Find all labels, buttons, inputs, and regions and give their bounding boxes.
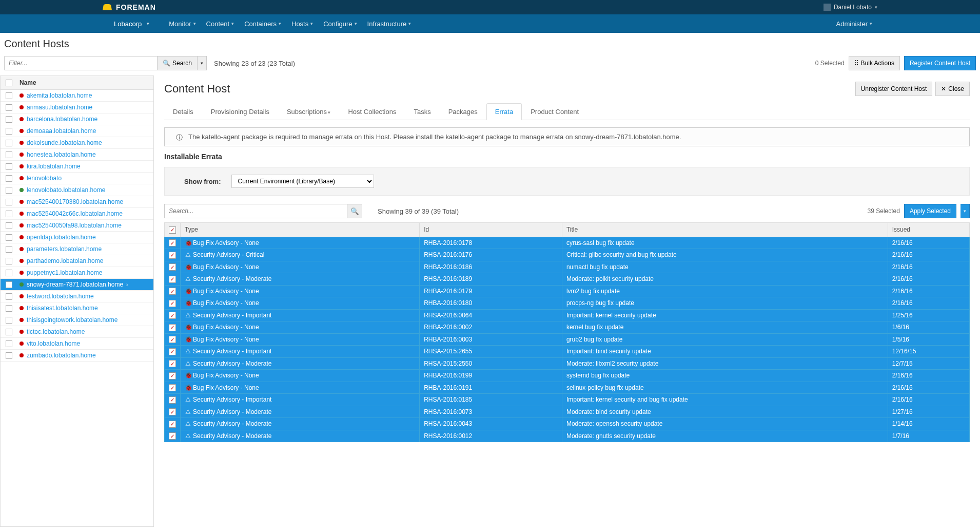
select-all-checkbox[interactable] bbox=[6, 80, 12, 86]
host-checkbox[interactable] bbox=[6, 104, 12, 111]
host-checkbox[interactable] bbox=[6, 199, 12, 205]
host-row[interactable]: lenovolobato.lobatolan.home bbox=[1, 184, 153, 196]
errata-search-button[interactable]: 🔍 bbox=[347, 204, 362, 218]
nav-infrastructure[interactable]: Infrastructure▾ bbox=[362, 16, 417, 32]
errata-row[interactable]: ⚠Security Advisory - ModerateRHSA-2016:0… bbox=[165, 418, 970, 430]
tab-host-collections[interactable]: Host Collections bbox=[339, 103, 405, 120]
host-link[interactable]: parameters.lobatolan.home bbox=[19, 245, 102, 253]
host-checkbox[interactable] bbox=[6, 128, 12, 135]
host-link[interactable]: tictoc.lobatolan.home bbox=[19, 328, 85, 335]
host-link[interactable]: thisisatest.lobatolan.home bbox=[19, 305, 98, 312]
errata-row[interactable]: ⚠Security Advisory - ImportantRHSA-2015:… bbox=[165, 346, 970, 358]
host-checkbox[interactable] bbox=[6, 329, 12, 335]
host-checkbox[interactable] bbox=[6, 116, 12, 123]
errata-checkbox[interactable] bbox=[169, 432, 176, 440]
org-selector[interactable]: Lobacorp ▾ bbox=[103, 16, 161, 32]
tab-errata[interactable]: Errata bbox=[486, 103, 522, 120]
nav-monitor[interactable]: Monitor▾ bbox=[164, 16, 201, 32]
errata-row[interactable]: 🐞Bug Fix Advisory - NoneRHBA-2016:0191se… bbox=[165, 382, 970, 394]
tab-packages[interactable]: Packages bbox=[440, 103, 486, 120]
errata-id[interactable]: RHBA-2016:0179 bbox=[420, 285, 562, 297]
errata-checkbox[interactable] bbox=[169, 252, 176, 259]
host-link[interactable]: puppetnyc1.lobatolan.home bbox=[19, 269, 102, 276]
errata-id[interactable]: RHSA-2015:2550 bbox=[420, 357, 562, 370]
search-button[interactable]: 🔍 Search bbox=[157, 56, 198, 70]
errata-id[interactable]: RHSA-2016:0012 bbox=[420, 430, 562, 442]
errata-checkbox[interactable] bbox=[169, 276, 176, 283]
user-menu[interactable]: Daniel Lobato ▾ bbox=[824, 4, 877, 11]
host-link[interactable]: thisisgoingtowork.lobatolan.home bbox=[19, 316, 117, 324]
apply-dropdown[interactable]: ▾ bbox=[961, 204, 970, 218]
host-link[interactable]: parthademo.lobatolan.home bbox=[19, 257, 103, 264]
host-checkbox[interactable] bbox=[6, 222, 12, 229]
host-link[interactable]: demoaaa.lobatolan.home bbox=[19, 127, 96, 135]
host-link[interactable]: zumbado.lobatolan.home bbox=[19, 352, 96, 359]
tab-product-content[interactable]: Product Content bbox=[522, 103, 587, 120]
host-checkbox[interactable] bbox=[6, 211, 12, 217]
errata-row[interactable]: 🐞Bug Fix Advisory - NoneRHBA-2016:0179lv… bbox=[165, 285, 970, 297]
errata-id[interactable]: RHBA-2016:0186 bbox=[420, 261, 562, 273]
host-row[interactable]: mac52540050fa98.lobatolan.home bbox=[1, 220, 153, 232]
errata-checkbox[interactable] bbox=[169, 324, 176, 331]
errata-row[interactable]: 🐞Bug Fix Advisory - NoneRHBA-2016:0003gr… bbox=[165, 333, 970, 346]
errata-row[interactable]: 🐞Bug Fix Advisory - NoneRHBA-2016:0186nu… bbox=[165, 261, 970, 273]
host-checkbox[interactable] bbox=[6, 163, 12, 170]
errata-id[interactable]: RHBA-2016:0199 bbox=[420, 370, 562, 382]
host-checkbox[interactable] bbox=[6, 187, 12, 194]
host-row[interactable]: demoaaa.lobatolan.home bbox=[1, 125, 153, 137]
host-checkbox[interactable] bbox=[6, 175, 12, 182]
host-row[interactable]: zumbado.lobatolan.home bbox=[1, 350, 153, 362]
host-row[interactable]: snowy-dream-7871.lobatolan.home › bbox=[1, 279, 153, 291]
host-checkbox[interactable] bbox=[6, 281, 12, 288]
errata-row[interactable]: ⚠Security Advisory - ImportantRHSA-2016:… bbox=[165, 309, 970, 321]
host-link[interactable]: lenovolobato bbox=[19, 175, 62, 182]
host-link[interactable]: testword.lobatolan.home bbox=[19, 293, 94, 300]
host-row[interactable]: thisisgoingtowork.lobatolan.home bbox=[1, 314, 153, 326]
errata-checkbox[interactable] bbox=[169, 372, 176, 380]
errata-id[interactable]: RHSA-2016:0176 bbox=[420, 249, 562, 261]
host-link[interactable]: arimasu.lobatolan.home bbox=[19, 104, 92, 111]
errata-row[interactable]: ⚠Security Advisory - ModerateRHSA-2016:0… bbox=[165, 430, 970, 442]
apply-selected-button[interactable]: Apply Selected bbox=[904, 204, 956, 218]
search-dropdown[interactable]: ▾ bbox=[198, 56, 207, 70]
errata-id[interactable]: RHBA-2016:0002 bbox=[420, 321, 562, 334]
bulk-actions-button[interactable]: ⠿ Bulk Actions bbox=[849, 56, 900, 70]
th-type[interactable]: Type bbox=[181, 223, 420, 237]
host-link[interactable]: snowy-dream-7871.lobatolan.home › bbox=[19, 281, 128, 288]
errata-row[interactable]: 🐞Bug Fix Advisory - NoneRHBA-2016:0178cy… bbox=[165, 237, 970, 249]
errata-id[interactable]: RHSA-2015:2655 bbox=[420, 346, 562, 358]
errata-id[interactable]: RHSA-2016:0189 bbox=[420, 273, 562, 286]
host-row[interactable]: thisisatest.lobatolan.home bbox=[1, 302, 153, 314]
errata-id[interactable]: RHBA-2016:0178 bbox=[420, 237, 562, 249]
host-link[interactable]: vito.lobatolan.home bbox=[19, 340, 80, 347]
host-checkbox[interactable] bbox=[6, 151, 12, 158]
host-row[interactable]: kira.lobatolan.home bbox=[1, 161, 153, 173]
errata-id[interactable]: RHSA-2016:0185 bbox=[420, 394, 562, 406]
host-checkbox[interactable] bbox=[6, 340, 12, 347]
host-row[interactable]: parameters.lobatolan.home bbox=[1, 243, 153, 255]
errata-row[interactable]: ⚠Security Advisory - ModerateRHSA-2016:0… bbox=[165, 406, 970, 418]
nav-configure[interactable]: Configure▾ bbox=[318, 16, 362, 32]
host-row[interactable]: parthademo.lobatolan.home bbox=[1, 255, 153, 267]
tab-subscriptions[interactable]: Subscriptions ▾ bbox=[278, 103, 340, 120]
host-link[interactable]: mac525400170380.lobatolan.home bbox=[19, 198, 123, 205]
th-issued[interactable]: Issued bbox=[888, 223, 969, 237]
errata-row[interactable]: 🐞Bug Fix Advisory - NoneRHBA-2016:0002ke… bbox=[165, 321, 970, 334]
errata-row[interactable]: 🐞Bug Fix Advisory - NoneRHBA-2016:0180pr… bbox=[165, 297, 970, 310]
host-checkbox[interactable] bbox=[6, 258, 12, 264]
host-link[interactable]: kira.lobatolan.home bbox=[19, 163, 81, 170]
errata-id[interactable]: RHBA-2016:0180 bbox=[420, 297, 562, 310]
host-link[interactable]: akemita.lobatolan.home bbox=[19, 92, 92, 99]
register-host-button[interactable]: Register Content Host bbox=[904, 56, 976, 70]
host-link[interactable]: barcelona.lobatolan.home bbox=[19, 116, 97, 123]
errata-checkbox[interactable] bbox=[169, 384, 176, 391]
errata-id[interactable]: RHSA-2016:0043 bbox=[420, 418, 562, 430]
host-checkbox[interactable] bbox=[6, 352, 12, 359]
tab-tasks[interactable]: Tasks bbox=[405, 103, 439, 120]
nav-content[interactable]: Content▾ bbox=[201, 16, 240, 32]
host-link[interactable]: mac52540050fa98.lobatolan.home bbox=[19, 222, 122, 229]
host-checkbox[interactable] bbox=[6, 92, 12, 99]
errata-id[interactable]: RHBA-2016:0191 bbox=[420, 382, 562, 394]
host-link[interactable]: lenovolobato.lobatolan.home bbox=[19, 186, 105, 194]
host-row[interactable]: mac525400170380.lobatolan.home bbox=[1, 196, 153, 208]
